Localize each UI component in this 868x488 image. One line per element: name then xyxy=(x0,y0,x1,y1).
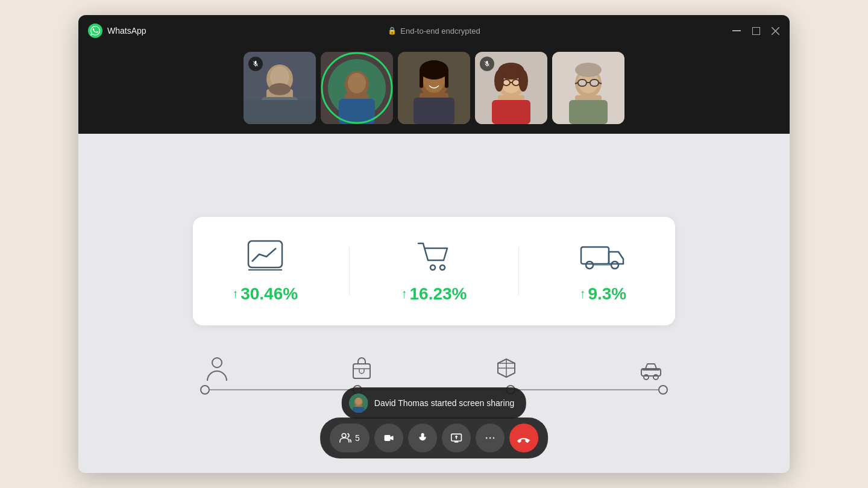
maximize-button[interactable] xyxy=(751,26,761,36)
svg-rect-37 xyxy=(492,100,530,124)
svg-rect-12 xyxy=(244,100,316,124)
svg-rect-2 xyxy=(752,27,760,34)
svg-point-0 xyxy=(88,23,102,38)
app-title: WhatsApp xyxy=(107,26,146,36)
stat-divider-1 xyxy=(349,247,350,295)
stat-value-1: ↑ 30.46% xyxy=(232,284,298,304)
more-button[interactable] xyxy=(476,424,505,452)
svg-point-59 xyxy=(586,261,593,269)
timeline-icon-person xyxy=(205,355,229,382)
timeline-icon-box xyxy=(494,355,518,382)
mic-button[interactable] xyxy=(408,424,437,452)
svg-rect-54 xyxy=(248,241,282,267)
stat-item-3: ↑ 9.3% xyxy=(567,239,639,304)
svg-rect-1 xyxy=(732,30,741,31)
timeline-dot-1 xyxy=(200,385,210,395)
timeline-icon-car xyxy=(639,355,663,382)
timeline-icons xyxy=(205,355,663,382)
svg-rect-74 xyxy=(353,407,365,413)
screen-share-area: ↑ 30.46% ↑ 16.23% xyxy=(78,134,790,473)
svg-rect-58 xyxy=(581,247,609,264)
svg-point-34 xyxy=(494,70,504,92)
notification-toast: David Thomas started screen sharing xyxy=(342,387,526,419)
svg-point-78 xyxy=(486,437,488,439)
window-controls xyxy=(732,26,780,36)
svg-point-80 xyxy=(492,437,494,439)
svg-rect-28 xyxy=(414,98,454,124)
app-logo: WhatsApp xyxy=(88,23,146,38)
svg-point-17 xyxy=(348,73,366,93)
video-button[interactable] xyxy=(374,424,403,452)
title-bar: WhatsApp 🔒 End-to-end endcrypted xyxy=(78,15,790,46)
participant-thumb-1[interactable] xyxy=(244,52,316,124)
participants-strip xyxy=(78,46,790,134)
mute-badge-1 xyxy=(248,57,263,71)
encryption-badge: 🔒 End-to-end endcrypted xyxy=(388,27,480,36)
participants-count: 5 xyxy=(355,433,360,443)
svg-rect-63 xyxy=(353,364,370,378)
svg-point-62 xyxy=(212,358,222,368)
mute-badge-4 xyxy=(480,57,494,71)
stats-card: ↑ 30.46% ↑ 16.23% xyxy=(193,217,675,325)
participant-thumb-3[interactable] xyxy=(398,52,470,124)
timeline-dot-4 xyxy=(658,385,668,395)
svg-point-79 xyxy=(489,437,491,439)
timeline-icon-bag xyxy=(350,355,374,382)
toast-message: David Thomas started screen sharing xyxy=(374,398,514,408)
svg-rect-47 xyxy=(578,80,587,86)
lock-icon: 🔒 xyxy=(388,27,397,35)
svg-rect-25 xyxy=(420,70,423,88)
svg-rect-26 xyxy=(445,70,448,88)
minimize-button[interactable] xyxy=(732,26,741,36)
stat-item-2: ↑ 16.23% xyxy=(398,239,470,304)
svg-point-35 xyxy=(518,70,528,92)
svg-rect-53 xyxy=(569,100,608,124)
toast-avatar xyxy=(349,393,368,413)
stat-divider-2 xyxy=(518,247,519,295)
end-call-button[interactable] xyxy=(509,424,538,452)
svg-point-60 xyxy=(611,261,618,269)
participant-thumb-5[interactable] xyxy=(552,52,624,124)
participant-thumb-2[interactable] xyxy=(321,52,393,124)
close-button[interactable] xyxy=(770,26,780,36)
svg-rect-48 xyxy=(590,80,599,86)
chart-icon xyxy=(246,239,285,275)
screen-share-button[interactable] xyxy=(442,424,471,452)
timeline-section xyxy=(193,355,675,390)
control-bar: 5 xyxy=(320,418,548,458)
svg-point-75 xyxy=(342,434,346,438)
stat-value-2: ↑ 16.23% xyxy=(401,284,467,304)
participant-thumb-4[interactable] xyxy=(475,52,547,124)
svg-rect-39 xyxy=(512,80,520,86)
stat-arrow-1: ↑ xyxy=(232,287,238,301)
svg-rect-38 xyxy=(503,80,510,86)
svg-point-72 xyxy=(355,398,362,405)
svg-point-46 xyxy=(575,63,602,77)
svg-point-57 xyxy=(440,265,445,270)
stat-item-1: ↑ 30.46% xyxy=(229,239,301,304)
app-window: WhatsApp 🔒 End-to-end endcrypted xyxy=(78,15,790,473)
whatsapp-icon xyxy=(88,23,102,38)
cart-icon xyxy=(415,239,453,275)
stat-arrow-3: ↑ xyxy=(579,287,585,301)
svg-point-24 xyxy=(420,60,448,80)
stat-arrow-2: ↑ xyxy=(401,287,407,301)
truck-icon xyxy=(579,239,627,275)
participants-button[interactable]: 5 xyxy=(330,424,370,452)
stat-value-3: ↑ 9.3% xyxy=(579,284,626,304)
encryption-label: End-to-end endcrypted xyxy=(400,27,480,36)
svg-point-56 xyxy=(430,265,435,270)
